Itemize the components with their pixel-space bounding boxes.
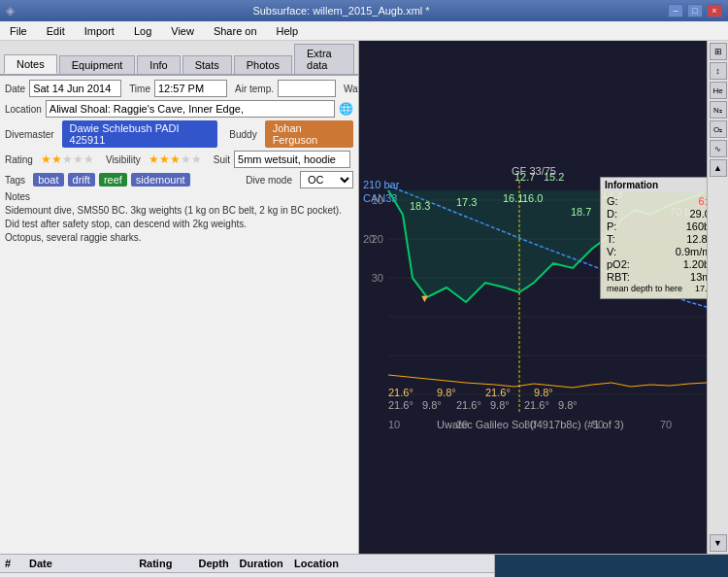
left-panel: Notes Equipment Info Stats Photos Extra … (0, 41, 359, 554)
tab-info[interactable]: Info (137, 55, 180, 74)
tags-row: Tags boat drift reef sidemount Dive mode… (5, 171, 353, 188)
col-depth: Depth (193, 555, 234, 573)
suit-label: Suit (214, 154, 230, 165)
location-icon[interactable]: 🌐 (339, 102, 353, 116)
visibility-label: Visibility (106, 154, 141, 165)
dive-mode-label: Dive mode (246, 175, 292, 186)
divemaster-label: Divemaster (5, 129, 54, 140)
suit-input[interactable] (234, 151, 350, 168)
svg-text:21.6°: 21.6° (456, 399, 481, 411)
visibility-stars[interactable]: ★★★★★ (149, 153, 202, 166)
info-row-d: D:29.0m (607, 208, 719, 220)
col-num: # (0, 555, 24, 573)
location-input[interactable] (46, 100, 335, 118)
chart-btn-o2[interactable]: O₂ (710, 120, 727, 138)
menubar: File Edit Import Log View Share on Help (0, 21, 728, 41)
svg-text:9.8°: 9.8° (437, 387, 456, 398)
chart-btn-scroll-up[interactable]: ▲ (710, 159, 727, 177)
buddy-label: Buddy (229, 129, 256, 140)
tab-equipment[interactable]: Equipment (59, 55, 136, 74)
svg-text:21.6°: 21.6° (485, 387, 511, 398)
svg-marker-45 (495, 555, 727, 577)
menu-view[interactable]: View (165, 23, 200, 39)
info-row-rbt: RBT:13min (607, 271, 719, 283)
window-controls: – □ × (668, 4, 722, 17)
chart-btn-1[interactable]: ⊞ (710, 43, 727, 60)
chart-btn-he[interactable]: He (710, 82, 727, 99)
date-label: Date (5, 84, 25, 94)
map-panel: Aliwal Shoal: PRODUCE wreck Aliwal Shoal… (495, 555, 728, 577)
svg-text:20: 20 (363, 233, 375, 245)
tag-sidemount: sidemount (131, 173, 190, 187)
tab-extra-data[interactable]: Extra data (294, 44, 354, 74)
chart-sidebar: ⊞ ↕ He N₂ O₂ ∿ ▲ ▼ (707, 41, 728, 554)
rating-stars[interactable]: ★★★★★ (41, 153, 94, 166)
svg-text:10: 10 (388, 419, 400, 430)
tab-notes[interactable]: Notes (4, 54, 57, 74)
tag-drift: drift (68, 173, 95, 187)
menu-edit[interactable]: Edit (41, 23, 71, 39)
window-title: Subsurface: willem_2015_Augb.xml * (252, 5, 429, 17)
svg-text:18.7: 18.7 (571, 206, 591, 218)
dive-mode-select[interactable]: OC CCR SCR (300, 171, 353, 188)
close-button[interactable]: × (707, 4, 722, 17)
titlebar: ◈ Subsurface: willem_2015_Augb.xml * – □… (0, 0, 728, 21)
rating-label: Rating (5, 154, 33, 165)
maximize-button[interactable]: □ (687, 4, 703, 17)
date-time-row: Date Time Air temp. Water temp. (5, 80, 353, 97)
detail-tabs: Notes Equipment Info Stats Photos Extra … (0, 41, 358, 76)
svg-text:21.6°: 21.6° (388, 387, 414, 398)
svg-text:30: 30 (372, 272, 383, 284)
air-temp-input[interactable] (278, 80, 336, 97)
tag-reef: reef (99, 173, 127, 187)
tab-stats[interactable]: Stats (182, 55, 232, 74)
svg-text:9.8°: 9.8° (558, 399, 578, 411)
chart-btn-2[interactable]: ↕ (710, 62, 727, 80)
time-label: Time (129, 84, 150, 94)
col-date: Date (24, 555, 134, 573)
divemaster-badge: Dawie Schlebush PADI 425911 (62, 120, 218, 148)
water-temp-label: Water temp. (344, 84, 358, 94)
svg-text:70: 70 (660, 419, 672, 430)
col-rating: Rating (134, 555, 193, 573)
menu-file[interactable]: File (4, 23, 33, 39)
svg-text:9.8°: 9.8° (422, 399, 442, 411)
svg-text:21.6°: 21.6° (524, 399, 549, 411)
main-layout: Notes Equipment Info Stats Photos Extra … (0, 41, 728, 554)
table-header: # Date Rating Depth Duration Location (0, 555, 494, 573)
svg-text:21.6°: 21.6° (388, 399, 414, 411)
notes-section: Notes Sidemount dive, SMS50 BC. 3kg weig… (5, 191, 353, 247)
location-row: Location 🌐 (5, 100, 353, 118)
minimize-button[interactable]: – (668, 4, 683, 17)
menu-help[interactable]: Help (271, 23, 305, 39)
menu-log[interactable]: Log (128, 23, 157, 39)
rating-visibility-suit-row: Rating ★★★★★ Visibility ★★★★★ Suit (5, 151, 353, 168)
air-temp-label: Air temp. (235, 84, 274, 94)
date-input[interactable] (29, 80, 121, 97)
svg-text:12.7: 12.7 (514, 171, 535, 183)
info-row-po2: pO2:1.20bar (607, 258, 719, 270)
time-input[interactable] (154, 80, 227, 97)
divemaster-buddy-row: Divemaster Dawie Schlebush PADI 425911 B… (5, 120, 353, 148)
svg-text:▼: ▼ (419, 292, 430, 304)
svg-text:9.8°: 9.8° (534, 387, 553, 398)
svg-text:17.3: 17.3 (456, 196, 477, 208)
location-label: Location (5, 104, 42, 115)
map-svg: Aliwal Shoal: PRODUCE wreck Aliwal Shoal… (495, 555, 728, 577)
svg-text:16.0: 16.0 (522, 192, 543, 204)
chart-btn-scroll-down[interactable]: ▼ (710, 534, 727, 552)
dive-list: # Date Rating Depth Duration Location ▶ … (0, 555, 495, 577)
menu-import[interactable]: Import (79, 23, 120, 39)
chart-btn-5[interactable]: ∿ (710, 140, 727, 157)
chart-panel: GF 33/75 210 bar CAN33 10 20 30 10 20 30… (359, 41, 728, 554)
svg-text:10: 10 (372, 194, 383, 206)
chart-btn-n2[interactable]: N₂ (710, 101, 727, 119)
group-miracle-aug2014[interactable]: ▶ Miracle Waters, sidemount, Aug 2014 (1… (0, 573, 494, 578)
dive-table: # Date Rating Depth Duration Location ▶ … (0, 555, 494, 577)
info-row-mean: mean depth to here17.7m (607, 284, 719, 293)
menu-share-on[interactable]: Share on (208, 23, 263, 39)
svg-text:Uwatec Galileo Sol (f4917b8c) : Uwatec Galileo Sol (f4917b8c) (#1 of 3) (437, 419, 624, 430)
info-row-g: G:6:08 (607, 195, 719, 207)
buddy-badge: Johan Ferguson (265, 120, 353, 148)
tab-photos[interactable]: Photos (234, 55, 292, 74)
